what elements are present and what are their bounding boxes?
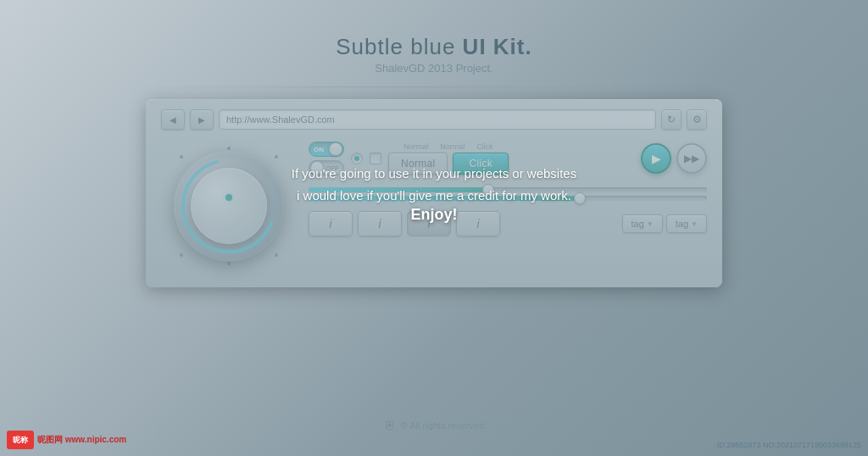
watermark-icon: 昵称 <box>7 431 34 449</box>
skip-button[interactable]: ▶▶ <box>676 143 707 174</box>
browser-bar: ◀ ▶ http://www.ShalevGD.com ↻ ⚙ <box>161 109 707 130</box>
tag-button-2[interactable]: tag ▼ <box>666 214 707 233</box>
volume-knob[interactable] <box>174 151 284 261</box>
radio-group <box>351 153 381 164</box>
svg-point-0 <box>183 160 275 252</box>
forward-button[interactable]: ▶ <box>190 109 214 130</box>
radio-square-1 <box>370 153 381 164</box>
normal-label-1: Normal <box>403 142 428 151</box>
tag-label-1: tag <box>632 219 644 229</box>
slider-2-fill <box>309 196 580 201</box>
toggle-off-knob <box>310 161 324 175</box>
title-normal: Subtle blue <box>336 34 455 59</box>
radio-dot-1 <box>354 156 359 161</box>
slider-2-thumb[interactable] <box>574 192 586 204</box>
info-button-1[interactable]: i <box>309 211 353 236</box>
url-bar[interactable]: http://www.ShalevGD.com <box>219 109 656 130</box>
click-label-top: Click <box>476 142 493 151</box>
info-button-2[interactable]: i <box>358 211 402 236</box>
toggle-on-knob <box>329 142 342 156</box>
slider-1-thumb[interactable] <box>482 184 494 196</box>
footer-logo: ⛨ <box>384 419 396 432</box>
watermark-right: ID:29652873 NO:20210717195033699125 <box>717 441 861 449</box>
toggle-off-track[interactable]: OFF <box>309 160 344 175</box>
footer-text: © All rights reserved <box>401 420 485 431</box>
main-container: Subtle blue UI Kit. ShalevGD 2013 Projec… <box>0 0 868 456</box>
page-title: Subtle blue UI Kit. <box>336 34 531 60</box>
settings-button[interactable]: ⚙ <box>687 109 707 130</box>
normal-label-2: Normal <box>440 142 465 151</box>
title-divider <box>146 86 722 87</box>
radio-item-2[interactable] <box>370 153 381 164</box>
title-bold: UI Kit. <box>455 34 531 59</box>
tag-button-1[interactable]: tag ▼ <box>622 214 663 233</box>
toggle-on-label: ON <box>314 146 324 153</box>
tag-label-2: tag <box>676 219 688 229</box>
normal-button[interactable]: Normal <box>388 153 448 175</box>
info-row: i i i i tag ▼ tag ▼ <box>309 211 707 236</box>
slider-container <box>309 187 707 201</box>
radio-circle-1 <box>351 153 363 164</box>
tag-arrow-1: ▼ <box>647 220 654 228</box>
info-button-3[interactable]: i <box>407 211 451 236</box>
skip-icon: ▶▶ <box>684 153 699 164</box>
play-button[interactable]: ▶ <box>641 143 671 174</box>
watermark-label: 昵图网 www.nipic.com <box>37 434 126 446</box>
play-icon: ▶ <box>652 152 661 165</box>
slider-1[interactable] <box>309 187 707 192</box>
watermark-left: 昵称 昵图网 www.nipic.com <box>7 431 126 449</box>
click-button[interactable]: Click <box>453 153 509 175</box>
slider-1-fill <box>309 187 488 192</box>
controls-row-1: ON OFF <box>309 142 707 175</box>
info-button-4[interactable]: i <box>456 211 500 236</box>
ui-panel: ◀ ▶ http://www.ShalevGD.com ↻ ⚙ <box>146 99 722 287</box>
toggle-off: OFF <box>309 160 344 175</box>
refresh-button[interactable]: ↻ <box>661 109 682 130</box>
toggle-group: ON OFF <box>309 142 344 175</box>
radio-item-1[interactable] <box>351 153 363 164</box>
title-subtitle: ShalevGD 2013 Project. <box>336 62 531 75</box>
title-area: Subtle blue UI Kit. ShalevGD 2013 Projec… <box>336 34 531 75</box>
tag-arrow-2: ▼ <box>691 220 698 228</box>
toggle-off-label: OFF <box>326 164 339 172</box>
footer: ⛨ © All rights reserved <box>384 419 485 432</box>
toggle-on-track[interactable]: ON <box>309 142 344 157</box>
back-button[interactable]: ◀ <box>161 109 185 130</box>
knob-arc-svg <box>174 151 284 261</box>
slider-2[interactable] <box>309 196 707 201</box>
toggle-on: ON <box>309 142 344 157</box>
knob-wrapper <box>161 138 297 274</box>
